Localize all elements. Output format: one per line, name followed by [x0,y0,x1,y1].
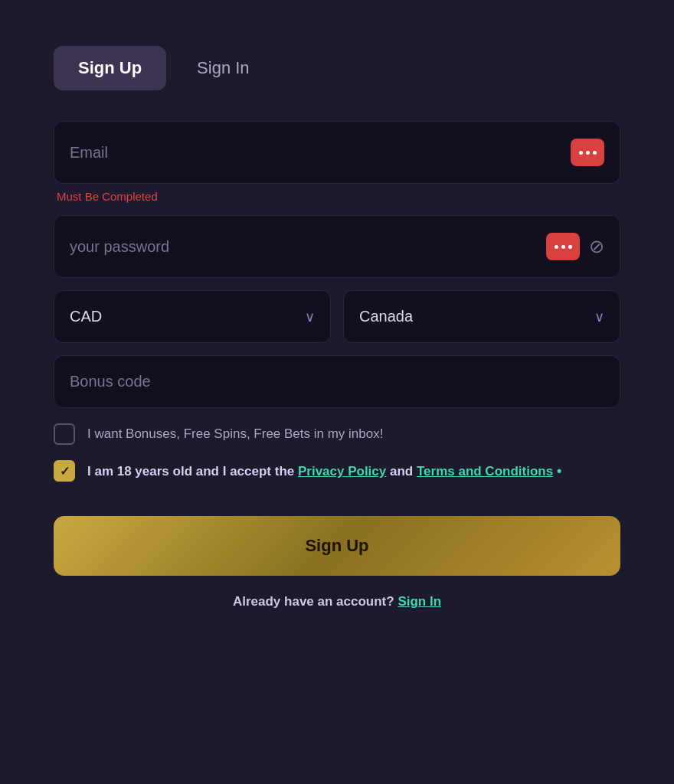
terms-checkbox-row: I am 18 years old and I accept the Priva… [54,460,620,482]
password-form-group: ⊘ [54,215,620,278]
tab-signin[interactable]: Sign In [182,46,265,90]
signup-button[interactable]: Sign Up [54,516,620,576]
terms-checkbox[interactable] [54,460,75,482]
password-eye-icon[interactable]: ⊘ [589,236,604,257]
password-input-wrapper: ⊘ [54,215,620,278]
email-form-group: Must Be Completed [54,121,620,203]
currency-label: CAD [70,308,102,325]
select-row: CAD ∨ Canada ∨ [54,290,620,343]
privacy-policy-link[interactable]: Privacy Policy [298,464,386,479]
terms-prefix-text: I am 18 years old and I accept the [87,464,298,479]
country-label: Canada [359,308,413,325]
country-select[interactable]: Canada ∨ [343,290,620,343]
terms-label: I am 18 years old and I accept the Priva… [87,460,561,482]
newsletter-checkbox-row: I want Bonuses, Free Spins, Free Bets in… [54,423,620,445]
signup-container: Sign Up Sign In Must Be Completed ⊘ [23,23,651,632]
terms-and-text: and [386,464,417,479]
newsletter-checkbox[interactable] [54,423,75,445]
tab-signup[interactable]: Sign Up [54,46,166,90]
already-account-label: Already have an account? [233,594,394,609]
currency-chevron-icon: ∨ [305,309,315,325]
password-icons: ⊘ [546,233,604,260]
email-input-wrapper [54,121,620,184]
bonus-form-group [54,355,620,408]
bonus-code-input[interactable] [70,373,604,390]
footer-signin-link[interactable]: Sign In [398,594,441,609]
tab-row: Sign Up Sign In [54,46,620,90]
password-dots-icon[interactable] [546,233,580,260]
terms-bullet: • [557,463,561,479]
bonus-input-wrapper [54,355,620,408]
email-input[interactable] [70,144,571,162]
country-chevron-icon: ∨ [594,309,604,325]
already-account-text: Already have an account? Sign In [54,594,620,609]
currency-select[interactable]: CAD ∨ [54,290,331,343]
terms-conditions-link[interactable]: Terms and Conditions [417,464,553,479]
newsletter-label: I want Bonuses, Free Spins, Free Bets in… [87,424,383,444]
email-dots-icon[interactable] [571,139,604,166]
email-icons [571,139,604,166]
password-input[interactable] [70,238,546,256]
email-error: Must Be Completed [57,190,620,203]
